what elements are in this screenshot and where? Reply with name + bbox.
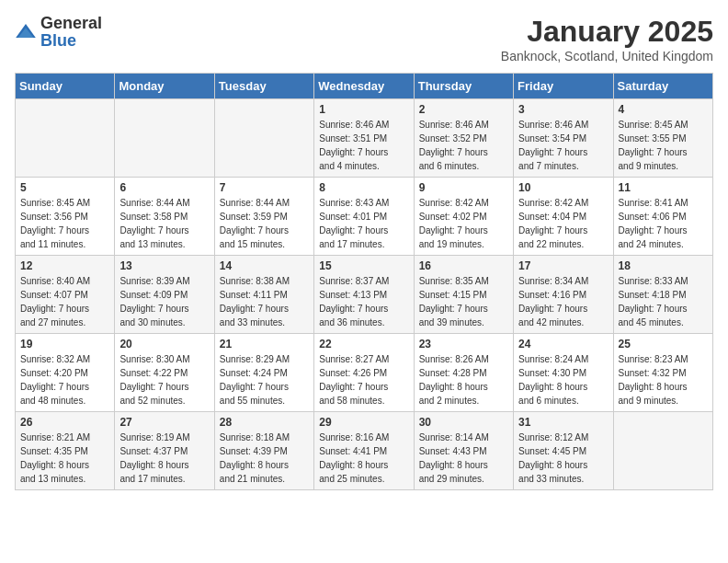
- calendar-cell: 25Sunrise: 8:23 AM Sunset: 4:32 PM Dayli…: [613, 334, 712, 412]
- day-info: Sunrise: 8:12 AM Sunset: 4:45 PM Dayligh…: [518, 431, 608, 486]
- day-number: 21: [220, 338, 309, 350]
- day-header-tuesday: Tuesday: [214, 74, 313, 99]
- page-header: General Blue January 2025 Banknock, Scot…: [15, 15, 713, 63]
- day-header-saturday: Saturday: [613, 74, 712, 99]
- day-number: 16: [419, 259, 508, 272]
- day-info: Sunrise: 8:19 AM Sunset: 4:37 PM Dayligh…: [119, 431, 209, 486]
- day-info: Sunrise: 8:42 AM Sunset: 4:02 PM Dayligh…: [419, 196, 508, 251]
- day-number: 30: [419, 416, 508, 429]
- calendar-cell: [16, 99, 115, 178]
- title-block: January 2025 Banknock, Scotland, United …: [501, 15, 713, 63]
- day-number: 15: [319, 259, 408, 272]
- calendar-cell: [214, 99, 313, 178]
- week-row-2: 5Sunrise: 8:45 AM Sunset: 3:56 PM Daylig…: [16, 178, 713, 256]
- day-number: 9: [419, 181, 508, 194]
- day-info: Sunrise: 8:23 AM Sunset: 4:32 PM Dayligh…: [619, 352, 708, 408]
- day-header-wednesday: Wednesday: [314, 74, 414, 99]
- day-number: 17: [518, 259, 608, 272]
- month-title: January 2025: [501, 15, 713, 49]
- day-info: Sunrise: 8:16 AM Sunset: 4:41 PM Dayligh…: [319, 431, 408, 486]
- calendar-cell: 7Sunrise: 8:44 AM Sunset: 3:59 PM Daylig…: [214, 178, 313, 256]
- week-row-1: 1Sunrise: 8:46 AM Sunset: 3:51 PM Daylig…: [16, 99, 713, 178]
- calendar-cell: 10Sunrise: 8:42 AM Sunset: 4:04 PM Dayli…: [514, 178, 613, 256]
- calendar-table: SundayMondayTuesdayWednesdayThursdayFrid…: [15, 73, 713, 490]
- day-info: Sunrise: 8:45 AM Sunset: 3:56 PM Dayligh…: [20, 196, 109, 251]
- day-number: 13: [119, 259, 209, 272]
- calendar-cell: 24Sunrise: 8:24 AM Sunset: 4:30 PM Dayli…: [514, 334, 613, 412]
- day-number: 1: [319, 103, 408, 116]
- calendar-cell: 26Sunrise: 8:21 AM Sunset: 4:35 PM Dayli…: [16, 412, 115, 490]
- day-number: 31: [518, 416, 608, 429]
- logo-icon: [15, 21, 37, 43]
- day-number: 11: [619, 181, 708, 194]
- day-info: Sunrise: 8:37 AM Sunset: 4:13 PM Dayligh…: [319, 274, 408, 329]
- day-number: 18: [619, 259, 708, 272]
- day-number: 24: [518, 338, 608, 350]
- day-info: Sunrise: 8:34 AM Sunset: 4:16 PM Dayligh…: [518, 274, 608, 329]
- day-info: Sunrise: 8:44 AM Sunset: 3:58 PM Dayligh…: [119, 196, 209, 251]
- calendar-cell: 28Sunrise: 8:18 AM Sunset: 4:39 PM Dayli…: [214, 412, 313, 490]
- day-info: Sunrise: 8:45 AM Sunset: 3:55 PM Dayligh…: [619, 118, 708, 173]
- day-info: Sunrise: 8:33 AM Sunset: 4:18 PM Dayligh…: [619, 274, 708, 329]
- calendar-cell: 19Sunrise: 8:32 AM Sunset: 4:20 PM Dayli…: [16, 334, 115, 412]
- day-number: 26: [20, 416, 109, 429]
- day-info: Sunrise: 8:46 AM Sunset: 3:54 PM Dayligh…: [518, 118, 608, 173]
- calendar-cell: 5Sunrise: 8:45 AM Sunset: 3:56 PM Daylig…: [16, 178, 115, 256]
- day-number: 6: [119, 181, 209, 194]
- location: Banknock, Scotland, United Kingdom: [501, 49, 713, 63]
- day-info: Sunrise: 8:14 AM Sunset: 4:43 PM Dayligh…: [419, 431, 508, 486]
- calendar-cell: 13Sunrise: 8:39 AM Sunset: 4:09 PM Dayli…: [115, 256, 214, 334]
- day-info: Sunrise: 8:30 AM Sunset: 4:22 PM Dayligh…: [119, 352, 209, 408]
- calendar-cell: 9Sunrise: 8:42 AM Sunset: 4:02 PM Daylig…: [414, 178, 513, 256]
- logo: General Blue: [15, 15, 102, 50]
- day-info: Sunrise: 8:38 AM Sunset: 4:11 PM Dayligh…: [220, 274, 309, 329]
- calendar-cell: 18Sunrise: 8:33 AM Sunset: 4:18 PM Dayli…: [613, 256, 712, 334]
- calendar-cell: 29Sunrise: 8:16 AM Sunset: 4:41 PM Dayli…: [314, 412, 414, 490]
- day-info: Sunrise: 8:26 AM Sunset: 4:28 PM Dayligh…: [419, 352, 508, 408]
- day-number: 23: [419, 338, 508, 350]
- day-number: 10: [518, 181, 608, 194]
- calendar-cell: 21Sunrise: 8:29 AM Sunset: 4:24 PM Dayli…: [214, 334, 313, 412]
- day-info: Sunrise: 8:40 AM Sunset: 4:07 PM Dayligh…: [20, 274, 109, 329]
- day-info: Sunrise: 8:27 AM Sunset: 4:26 PM Dayligh…: [319, 352, 408, 408]
- day-info: Sunrise: 8:42 AM Sunset: 4:04 PM Dayligh…: [518, 196, 608, 251]
- day-header-friday: Friday: [514, 74, 613, 99]
- day-info: Sunrise: 8:32 AM Sunset: 4:20 PM Dayligh…: [20, 352, 109, 408]
- day-number: 4: [619, 103, 708, 116]
- week-row-3: 12Sunrise: 8:40 AM Sunset: 4:07 PM Dayli…: [16, 256, 713, 334]
- calendar-header-row: SundayMondayTuesdayWednesdayThursdayFrid…: [16, 74, 713, 99]
- day-header-sunday: Sunday: [16, 74, 115, 99]
- day-header-thursday: Thursday: [414, 74, 513, 99]
- day-info: Sunrise: 8:44 AM Sunset: 3:59 PM Dayligh…: [220, 196, 309, 251]
- day-number: 5: [20, 181, 109, 194]
- day-header-monday: Monday: [115, 74, 214, 99]
- day-number: 12: [20, 259, 109, 272]
- calendar-cell: 30Sunrise: 8:14 AM Sunset: 4:43 PM Dayli…: [414, 412, 513, 490]
- calendar-cell: 23Sunrise: 8:26 AM Sunset: 4:28 PM Dayli…: [414, 334, 513, 412]
- day-number: 3: [518, 103, 608, 116]
- calendar-cell: 31Sunrise: 8:12 AM Sunset: 4:45 PM Dayli…: [514, 412, 613, 490]
- day-number: 28: [220, 416, 309, 429]
- calendar-cell: 11Sunrise: 8:41 AM Sunset: 4:06 PM Dayli…: [613, 178, 712, 256]
- calendar-cell: 6Sunrise: 8:44 AM Sunset: 3:58 PM Daylig…: [115, 178, 214, 256]
- calendar-cell: 12Sunrise: 8:40 AM Sunset: 4:07 PM Dayli…: [16, 256, 115, 334]
- day-info: Sunrise: 8:35 AM Sunset: 4:15 PM Dayligh…: [419, 274, 508, 329]
- day-number: 8: [319, 181, 408, 194]
- calendar-cell: 16Sunrise: 8:35 AM Sunset: 4:15 PM Dayli…: [414, 256, 513, 334]
- logo-text-general: General: [40, 14, 102, 32]
- calendar-cell: [613, 412, 712, 490]
- calendar-cell: 17Sunrise: 8:34 AM Sunset: 4:16 PM Dayli…: [514, 256, 613, 334]
- day-number: 2: [419, 103, 508, 116]
- day-info: Sunrise: 8:43 AM Sunset: 4:01 PM Dayligh…: [319, 196, 408, 251]
- day-number: 20: [119, 338, 209, 350]
- day-info: Sunrise: 8:41 AM Sunset: 4:06 PM Dayligh…: [619, 196, 708, 251]
- calendar-cell: [115, 99, 214, 178]
- day-info: Sunrise: 8:46 AM Sunset: 3:51 PM Dayligh…: [319, 118, 408, 173]
- calendar-cell: 8Sunrise: 8:43 AM Sunset: 4:01 PM Daylig…: [314, 178, 414, 256]
- logo-text-blue: Blue: [40, 31, 76, 50]
- day-info: Sunrise: 8:21 AM Sunset: 4:35 PM Dayligh…: [20, 431, 109, 486]
- day-number: 29: [319, 416, 408, 429]
- day-number: 7: [220, 181, 309, 194]
- calendar-cell: 4Sunrise: 8:45 AM Sunset: 3:55 PM Daylig…: [613, 99, 712, 178]
- calendar-cell: 27Sunrise: 8:19 AM Sunset: 4:37 PM Dayli…: [115, 412, 214, 490]
